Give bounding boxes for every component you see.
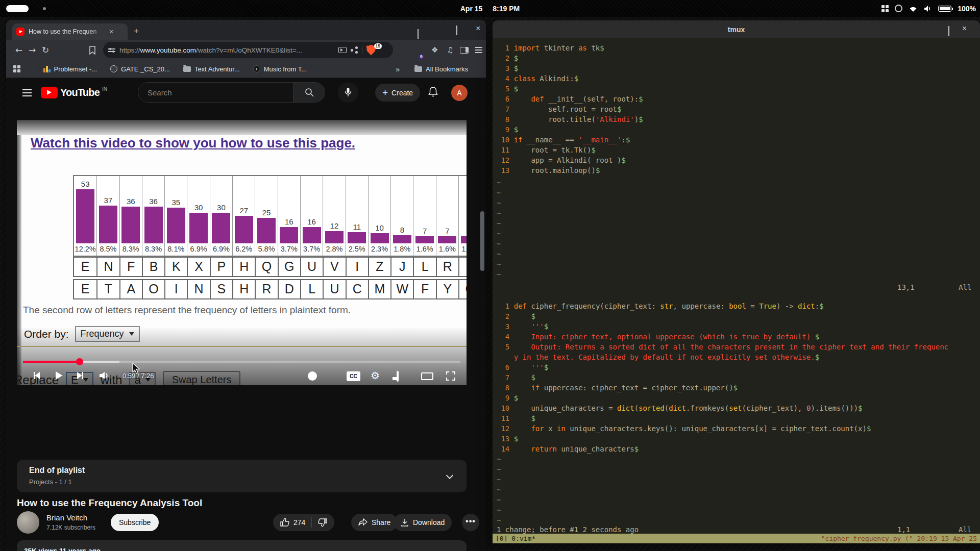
cursor-position: 13,1 <box>897 283 915 291</box>
scroll-position: All <box>959 283 971 291</box>
guide-hamburger-icon[interactable] <box>22 87 32 98</box>
plaintext-letter-cell: T <box>96 280 119 298</box>
urlbar-divider <box>362 46 362 54</box>
frequency-bar <box>461 236 467 243</box>
vim-bottom-pane[interactable]: 1 def cipher_frequency(cipher_text: str,… <box>497 302 980 455</box>
empty-line-tilde: ~ <box>497 270 980 281</box>
chart-column: 7 <box>436 176 458 243</box>
notifications-bell-icon[interactable] <box>428 86 438 97</box>
channel-name[interactable]: Brian Veitch <box>46 513 87 522</box>
undo-message: 1 change; before #1 2 seconds ago <box>497 525 639 534</box>
captions-button[interactable]: CC <box>347 371 360 381</box>
next-video-button[interactable] <box>75 370 86 381</box>
description-box[interactable]: 35K views 11 years ago This video explai… <box>17 540 467 551</box>
create-button[interactable]: + Create <box>375 84 420 102</box>
bookmark-item-text-adventure[interactable]: Text Adventur... <box>183 65 240 73</box>
cipher-letter-cell: K <box>164 258 187 276</box>
bookmark-label: Music from T... <box>264 65 307 73</box>
frequency-bar <box>415 236 434 243</box>
chart-column: 35 <box>164 176 187 243</box>
plaintext-letter-cell: A <box>119 280 142 298</box>
download-button[interactable]: Download <box>394 514 452 531</box>
bookmark-item-problemset[interactable]: Problemset -... <box>43 65 97 73</box>
reload-button[interactable]: ↻ <box>39 45 52 55</box>
percent-label: 8.1% <box>164 243 187 256</box>
playlist-subtitle: Projects - 1 / 1 <box>29 478 454 486</box>
terminal-maximize-button[interactable] <box>948 27 949 36</box>
plaintext-letter-cell: H <box>232 280 255 298</box>
search-button[interactable] <box>293 83 325 102</box>
player-controls: 0:59 / 7:26 CC ⚙ <box>17 368 467 385</box>
video-player[interactable]: Watch this video to show you how to use … <box>17 120 467 385</box>
volume-button[interactable] <box>99 370 111 381</box>
percent-label: 2.5% <box>346 243 368 256</box>
bookmarks-overflow-chevron[interactable]: » <box>396 65 400 73</box>
url-bar[interactable]: https://www.youtube.com/watch?v=mUoQhXWT… <box>103 42 393 58</box>
back-button[interactable]: ← <box>12 45 26 55</box>
channel-avatar[interactable] <box>17 511 39 534</box>
vim-top-pane[interactable]: 1 import tkinter as tk$ 2 $ 3 $ 4 class … <box>497 44 980 177</box>
bar-value-label: 53 <box>81 179 90 189</box>
sidebar-panel-icon[interactable] <box>460 47 469 54</box>
cipher-letter-cell: N <box>96 258 119 276</box>
media-control-icon[interactable]: ♫ <box>447 45 453 55</box>
bar-value-label: 35 <box>172 197 180 208</box>
share-button[interactable]: Share <box>351 514 398 531</box>
forward-button[interactable]: → <box>26 45 39 55</box>
bookmark-label: GATE _CS_20... <box>121 65 170 73</box>
more-actions-button[interactable]: ••• <box>462 514 479 531</box>
folder-icon <box>183 66 191 72</box>
subscriber-count: 7.12K subscribers <box>46 524 95 531</box>
miniplayer-button[interactable] <box>397 371 399 382</box>
page-scrollbar-thumb[interactable] <box>480 211 484 271</box>
voice-search-button[interactable] <box>338 82 358 103</box>
window-maximize-button[interactable] <box>456 26 457 35</box>
percent-label: 3.7% <box>278 243 300 256</box>
stats-favicon <box>43 66 51 72</box>
previous-video-button[interactable] <box>31 370 42 381</box>
volume-icon[interactable] <box>924 5 932 12</box>
bookmark-icon[interactable] <box>89 46 96 55</box>
cipher-letter-cell: P <box>210 258 232 276</box>
chart-column: 27 <box>232 176 255 243</box>
cast-icon[interactable] <box>338 47 347 53</box>
site-info-icon[interactable] <box>108 47 115 53</box>
system-circle-icon[interactable] <box>895 5 902 12</box>
playlist-card[interactable]: End of playlist Projects - 1 / 1 <box>17 460 467 492</box>
new-tab-button[interactable]: + <box>134 26 139 36</box>
settings-gear-icon[interactable]: ⚙ <box>371 370 380 381</box>
code-line: 12 app = Alkindi( root )$ <box>497 156 980 166</box>
thumbs-up-icon[interactable] <box>280 518 289 527</box>
youtube-logo[interactable]: YouTube IN <box>41 87 107 98</box>
tab-close-icon[interactable]: × <box>109 28 113 35</box>
percent-label: 1.8% <box>390 243 413 256</box>
chart-column: 53 <box>74 176 96 243</box>
progress-bar[interactable] <box>23 361 460 363</box>
browser-menu-icon[interactable] <box>475 45 482 55</box>
tmux-session-info[interactable]: [0] 0:vim* <box>496 535 535 542</box>
workspace-grid-icon[interactable] <box>881 5 889 12</box>
bookmark-item-gate[interactable]: GATE _CS_20... <box>110 65 170 73</box>
bookmark-item-music[interactable]: Music from T... <box>253 65 307 73</box>
percent-label: 3.7% <box>300 243 323 256</box>
frequency-bar <box>144 207 163 243</box>
account-avatar[interactable]: A <box>451 85 468 101</box>
browser-tab[interactable]: How to use the Frequen × <box>12 23 128 40</box>
window-close-button[interactable]: × <box>476 24 480 33</box>
thumbs-down-icon[interactable] <box>318 518 327 527</box>
theater-mode-button[interactable] <box>421 372 433 380</box>
terminal-titlebar[interactable]: tmux × <box>493 20 980 38</box>
extensions-puzzle-icon[interactable]: ❖ <box>431 45 438 55</box>
empty-line-tilde: ~ <box>497 209 980 219</box>
fullscreen-button[interactable] <box>446 371 456 381</box>
tab-search-chevron-icon[interactable] <box>418 29 419 38</box>
subscribe-button[interactable]: Subscribe <box>111 514 159 531</box>
wifi-icon[interactable] <box>909 5 918 12</box>
bookmark-apps-grid-icon[interactable] <box>13 65 20 72</box>
share-icon[interactable] <box>351 46 358 54</box>
terminal-close-button[interactable]: × <box>962 24 967 33</box>
plaintext-letter-cell: W <box>390 280 413 298</box>
play-button[interactable] <box>53 370 64 381</box>
all-bookmarks-button[interactable]: All Bookmarks <box>414 65 468 73</box>
search-input[interactable] <box>138 83 293 102</box>
